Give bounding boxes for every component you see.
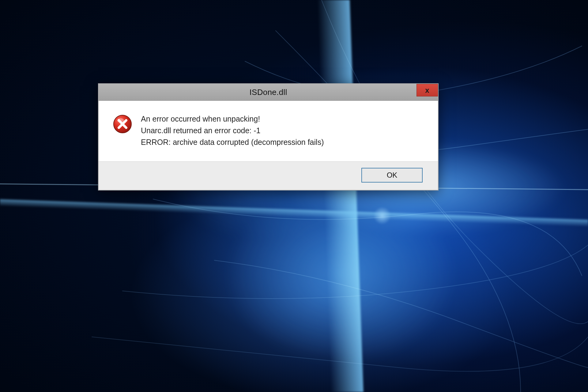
close-icon: x [425,86,429,95]
error-dialog: ISDone.dll x An error occurred when [98,83,439,190]
light-strands [0,0,588,392]
ok-button-label: OK [387,171,398,179]
dialog-footer: OK [99,161,438,190]
dialog-titlebar[interactable]: ISDone.dll x [99,84,438,101]
ok-button[interactable]: OK [361,168,423,183]
error-message-line-1: An error occurred when unpacking! [141,113,324,125]
error-message-line-2: Unarc.dll returned an error code: -1 [141,125,324,136]
dialog-title: ISDone.dll [250,88,287,97]
error-icon [113,114,132,135]
dialog-content: An error occurred when unpacking! Unarc.… [99,101,438,161]
error-message-line-3: ERROR: archive data corrupted (decompres… [141,136,324,148]
close-button[interactable]: x [417,84,438,96]
error-message: An error occurred when unpacking! Unarc.… [141,113,324,148]
